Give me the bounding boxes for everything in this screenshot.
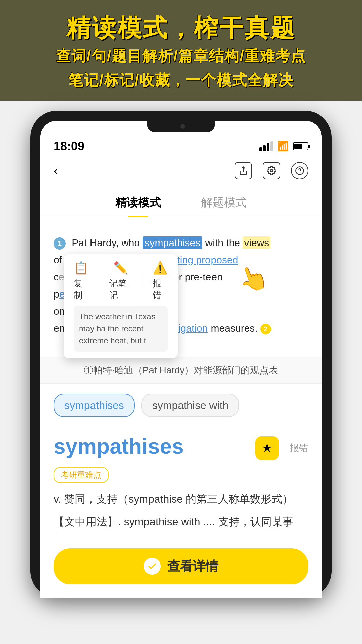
star-badge[interactable]: ★ xyxy=(255,436,279,460)
status-icons: 📶 xyxy=(259,141,308,152)
passage-line3: c xyxy=(54,271,59,282)
bottom-bar: 查看详情 xyxy=(40,542,322,598)
word-tabs: sympathises sympathise with xyxy=(40,384,322,424)
passage-text-before: Pat Hardy, who xyxy=(72,237,142,248)
word-main-container: sympathises xyxy=(54,434,184,462)
phone-screen: 18:09 📶 ‹ xyxy=(40,121,322,598)
report-icon: ⚠️ xyxy=(153,261,168,275)
copy-label: 复制 xyxy=(74,278,89,301)
highlight-sympathises[interactable]: sympathises xyxy=(143,236,203,249)
passage-text-with: with the xyxy=(202,237,243,248)
header-subtitle-line3: 笔记/标记/收藏，一个模式全解决 xyxy=(13,70,349,91)
popup-report[interactable]: ⚠️ 报错 xyxy=(153,261,168,301)
word-report-btn[interactable]: 报错 xyxy=(290,442,308,454)
phone-camera xyxy=(180,124,185,129)
passage-number: 1 xyxy=(54,237,66,250)
word-definition-section: sympathises ★ 报错 考研重难点 v. 赞同，支持（sympathi… xyxy=(40,424,322,542)
status-time: 18:09 xyxy=(54,139,84,153)
passage-line5: o xyxy=(54,306,59,317)
popup-divider-1 xyxy=(99,271,99,291)
popup-copy[interactable]: 📋 复制 xyxy=(74,261,89,301)
tab-jingdu[interactable]: 精读模式 xyxy=(109,192,168,217)
battery-icon xyxy=(293,142,308,150)
help-icon[interactable] xyxy=(291,162,308,179)
passage-wrapper: 1 Pat Hardy, who sympathises with the vi… xyxy=(54,227,308,343)
share-icon[interactable] xyxy=(235,162,252,179)
word-usage-text: 【文中用法】. sympathise with .... 支持，认同某事 xyxy=(54,512,308,532)
word-def-text: v. 赞同，支持（sympathise 的第三人称单数形式） xyxy=(54,490,308,509)
passage-line4-p: p xyxy=(54,288,59,300)
view-detail-label: 查看详情 xyxy=(167,558,218,575)
passage-measures: measures. xyxy=(208,323,257,334)
report-label: 报错 xyxy=(153,278,168,301)
word-actions: ★ 报错 xyxy=(255,436,308,460)
word-tab-sympathises[interactable]: sympathises xyxy=(54,394,135,417)
popup-note[interactable]: ✏️ 记笔记 xyxy=(109,261,132,301)
mode-tabs: 精读模式 解题模式 xyxy=(40,185,322,217)
wifi-icon: 📶 xyxy=(277,141,289,152)
header-title: 精读模式，榨干真题 xyxy=(13,13,349,42)
highlight-views: views xyxy=(243,236,270,249)
toolbar-right xyxy=(235,162,308,179)
toolbar: ‹ xyxy=(40,157,322,185)
copy-icon: 📋 xyxy=(74,261,89,275)
word-header: sympathises ★ 报错 xyxy=(54,434,308,462)
word-tag: 考研重难点 xyxy=(54,467,109,483)
settings-icon[interactable] xyxy=(263,162,280,179)
passage-badge-2: 2 xyxy=(260,324,271,334)
note-label: 记笔记 xyxy=(109,278,132,301)
star-icon: ★ xyxy=(262,441,273,455)
view-detail-button[interactable]: 查看详情 xyxy=(54,548,308,584)
phone-notch xyxy=(147,121,215,132)
word-main-title: sympathises xyxy=(54,434,184,459)
popup-tooltip: The weather in Texas may ha the recent e… xyxy=(74,306,168,352)
popup-divider-2 xyxy=(142,271,142,291)
svg-point-1 xyxy=(270,169,273,172)
note-icon: ✏️ xyxy=(113,261,128,275)
back-button[interactable]: ‹ xyxy=(54,163,58,179)
signal-icon xyxy=(259,141,273,151)
content-area: 1 Pat Hardy, who sympathises with the vi… xyxy=(40,217,322,354)
phone-frame: 18:09 📶 ‹ xyxy=(30,111,332,598)
popup-menu: 📋 复制 ✏️ 记笔记 ⚠️ 报错 xyxy=(64,254,178,358)
header-banner: 精读模式，榨干真题 查词/句/题目解析/篇章结构/重难考点 笔记/标记/收藏，一… xyxy=(0,0,362,101)
header-subtitle-line2: 查词/句/题目解析/篇章结构/重难考点 xyxy=(13,46,349,66)
phone-container: 18:09 📶 ‹ xyxy=(0,101,362,598)
popup-menu-row: 📋 复制 ✏️ 记笔记 ⚠️ 报错 xyxy=(74,261,168,301)
tab-jieti[interactable]: 解题模式 xyxy=(194,192,253,217)
translation: ①帕特·哈迪（Pat Hardy）对能源部门的观点表 xyxy=(40,357,322,383)
word-tab-sympathise-with[interactable]: sympathise with xyxy=(141,394,239,417)
view-detail-icon xyxy=(144,558,161,575)
